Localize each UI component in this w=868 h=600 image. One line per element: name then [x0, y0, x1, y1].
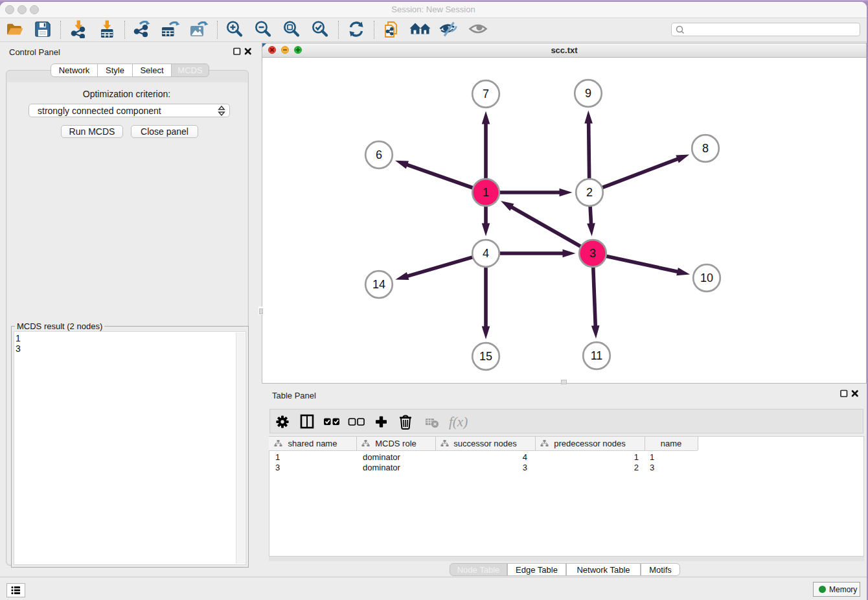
svg-text:9: 9 — [585, 87, 591, 100]
svg-text:3: 3 — [589, 247, 596, 260]
svg-text:6: 6 — [376, 148, 382, 161]
svg-text:10: 10 — [700, 271, 713, 284]
svg-text:4: 4 — [483, 247, 489, 260]
svg-text:1: 1 — [483, 186, 489, 199]
svg-text:14: 14 — [372, 278, 385, 291]
svg-text:f(x): f(x) — [449, 414, 468, 430]
svg-text:8: 8 — [702, 142, 709, 155]
svg-text:2: 2 — [586, 186, 593, 199]
svg-text:11: 11 — [591, 349, 603, 362]
svg-text:15: 15 — [479, 350, 492, 363]
svg-text:7: 7 — [483, 87, 489, 100]
